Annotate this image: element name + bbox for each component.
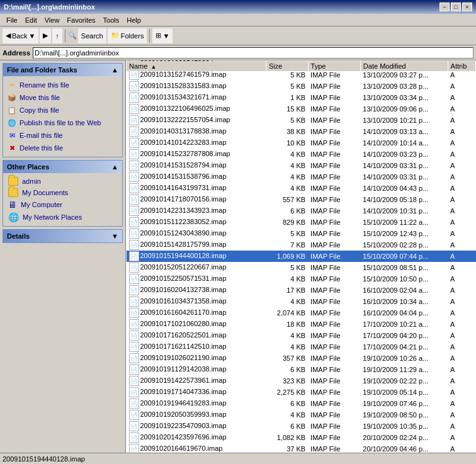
menu-item-view[interactable]: View — [41, 15, 64, 25]
table-row[interactable]: 📄20091019194641928​3.imap6 KBIMAP File19… — [127, 398, 476, 409]
file-attr-cell: A — [448, 137, 475, 149]
place-documents[interactable]: My Documents — [6, 187, 120, 198]
file-attr-cell: A — [448, 421, 475, 432]
column-attr[interactable]: Attrib — [448, 60, 475, 71]
search-button[interactable]: Search — [78, 28, 106, 43]
name-col-label: Name — [129, 62, 147, 70]
table-row[interactable]: 📄20091016020413273​8.imap17 KBIMAP File1… — [127, 285, 476, 296]
email-icon: ✉ — [7, 130, 17, 140]
task-move[interactable]: 📦 Move this file — [6, 91, 120, 104]
file-date-cell: 13/10/2009 03:28 p... — [360, 81, 448, 92]
table-row[interactable]: 📄20091017162114251​0.imap4 KBIMAP File17… — [127, 341, 476, 353]
table-row[interactable]: 📄20091020142359769​6.imap1,082 KBIMAP Fi… — [127, 432, 476, 443]
table-row[interactable]: 📄20091015124304389​0.imap5 KBIMAP File15… — [127, 228, 476, 239]
imap-file-icon: 📄 — [129, 410, 139, 420]
table-row[interactable]: 📄20091015205122066​7.imap5 KBIMAP File15… — [127, 262, 476, 273]
documents-label: My Documents — [22, 189, 68, 196]
views-icon: ⊞ — [156, 31, 161, 40]
table-row[interactable]: 📄20091014164319973​1.imap4 KBIMAP File14… — [127, 183, 476, 194]
menu-item-file[interactable]: File — [3, 15, 21, 25]
table-row[interactable]: 📄20091019223547090​3.imap6 KBIMAP File19… — [127, 421, 476, 432]
menu-item-help[interactable]: Help — [123, 15, 145, 25]
table-row[interactable]: 📄20091020164619670​.imap37 KBIMAP File20… — [127, 443, 476, 453]
table-row[interactable]: 📄20091017162052250​1.imap4 KBIMAP File17… — [127, 330, 476, 341]
file-type-cell: IMAP File — [308, 330, 360, 341]
file-attr-cell: A — [448, 160, 475, 171]
file-attr-cell: A — [448, 341, 475, 353]
forward-button[interactable]: ▶ — [40, 28, 51, 43]
file-name-cell: 📄20091017102106028​0.imap — [127, 319, 266, 330]
forward-arrow-icon: ▶ — [43, 31, 48, 40]
folders-button[interactable]: 📁 Folders — [108, 28, 147, 43]
file-type-cell: IMAP File — [308, 137, 360, 149]
column-size[interactable]: Size — [266, 60, 309, 71]
minimize-button[interactable]: − — [439, 3, 450, 11]
copy-label: Copy this file — [20, 106, 59, 114]
table-row[interactable]: 📄20091013152833158​3.imap5 KBIMAP File13… — [127, 81, 476, 92]
task-copy[interactable]: 📋 Copy this file — [6, 104, 120, 116]
file-list[interactable]: Name ▲ Size Type Date Modified Attrib — [126, 60, 476, 453]
back-button[interactable]: ◀ Back ▼ — [3, 28, 38, 43]
file-size-cell: 829 KB — [266, 217, 309, 228]
file-type-cell: IMAP File — [308, 262, 360, 273]
views-button[interactable]: ⊞ ▼ — [152, 28, 173, 43]
table-row[interactable]: 📄20091019171404733​6.imap2,275 KBIMAP Fi… — [127, 387, 476, 398]
details-header[interactable]: Details ▼ — [3, 230, 122, 242]
table-row[interactable]: 📄20091019142257396​1.imap323 KBIMAP File… — [127, 375, 476, 387]
file-size-cell: 6 KB — [266, 398, 309, 409]
up-button[interactable]: ↑ — [52, 28, 62, 43]
table-row[interactable]: 📄20091016160426117​0.imap2,074 KBIMAP Fi… — [127, 307, 476, 319]
file-attr-cell: A — [448, 183, 475, 194]
file-type-cell: IMAP File — [308, 160, 360, 171]
table-row[interactable]: 📄20091013221064960​25.imap15 KBIMAP File… — [127, 103, 476, 115]
table-row[interactable]: 📄20091013222215570​54.imap5 KBIMAP File1… — [127, 115, 476, 126]
file-name-cell: 📄20091014031317883​8.imap — [127, 126, 266, 137]
task-email[interactable]: ✉ E-mail this file — [6, 129, 120, 142]
file-size-cell: 38 KB — [266, 126, 309, 137]
column-date[interactable]: Date Modified — [360, 60, 448, 71]
table-row[interactable]: 📄20091015142817579​9.imap7 KBIMAP File15… — [127, 239, 476, 251]
file-table: Name ▲ Size Type Date Modified Attrib — [126, 60, 476, 453]
column-type[interactable]: Type — [308, 60, 360, 71]
menu-item-tools[interactable]: Tools — [99, 15, 123, 25]
table-row[interactable]: 📄20091016103437135​8.imap4 KBIMAP File16… — [127, 296, 476, 307]
file-attr-cell: A — [448, 126, 475, 137]
table-row[interactable]: 📄20091017102106028​0.imap18 KBIMAP File1… — [127, 319, 476, 330]
file-type-cell: IMAP File — [308, 92, 360, 103]
table-row[interactable]: 📄20091014153153879​6.imap4 KBIMAP File14… — [127, 171, 476, 183]
file-folder-tasks-header[interactable]: File and Folder Tasks ▲ — [3, 64, 122, 76]
table-row[interactable]: 📄20091014153152879​4.imap4 KBIMAP File14… — [127, 160, 476, 171]
task-delete[interactable]: ✖ Delete this file — [6, 142, 120, 154]
table-row[interactable]: 📄20091014223134392​3.imap6 KBIMAP File14… — [127, 205, 476, 217]
place-network[interactable]: 🌐 My Network Places — [6, 211, 120, 224]
table-row[interactable]: 📄20091014031317883​8.imap38 KBIMAP File1… — [127, 126, 476, 137]
other-places-collapse-icon: ▲ — [111, 163, 118, 171]
file-name-cell: 📄20091013153432167​1.imap — [127, 92, 266, 103]
table-row[interactable]: 📄20091015225057153​1.imap4 KBIMAP File15… — [127, 273, 476, 285]
table-row[interactable]: 📄20091014101422328​3.imap10 KBIMAP File1… — [127, 137, 476, 149]
table-row[interactable]: 📄20091014152327878​08.imap4 KBIMAP File1… — [127, 149, 476, 160]
task-rename[interactable]: ✏ Rename this file — [6, 79, 120, 91]
file-date-cell: 14/10/2009 10:31 p... — [360, 205, 448, 217]
maximize-button[interactable]: □ — [451, 3, 461, 11]
place-admin[interactable]: admin — [6, 176, 120, 187]
place-computer[interactable]: 🖥 My Computer — [6, 198, 120, 211]
other-places-header[interactable]: Other Places ▲ — [3, 161, 122, 173]
table-row[interactable]: 📄20091019102602119​0.imap357 KBIMAP File… — [127, 353, 476, 364]
menu-item-edit[interactable]: Edit — [21, 15, 41, 25]
table-row[interactable]: 📄20091015112238305​2.imap829 KBIMAP File… — [127, 217, 476, 228]
table-row[interactable]: 📄20091019112914203​8.imap6 KBIMAP File19… — [127, 364, 476, 375]
table-row[interactable]: 📄20091015194440012​8.imap1,069 KBIMAP Fi… — [127, 251, 476, 262]
menu-item-favorites[interactable]: Favorites — [63, 15, 99, 25]
address-input[interactable] — [33, 47, 473, 59]
folder-icon — [8, 177, 18, 186]
file-type-cell: IMAP File — [308, 217, 360, 228]
task-publish[interactable]: 🌐 Publish this file to the Web — [6, 116, 120, 129]
close-button[interactable]: × — [462, 3, 472, 11]
column-name[interactable]: Name ▲ — [127, 60, 266, 71]
file-name-cell: 📄20091016103437135​8.imap — [127, 296, 266, 307]
table-row[interactable]: 📄20091019205035999​3.imap4 KBIMAP File19… — [127, 409, 476, 421]
table-row[interactable]: 📄20091014171807015​6.imap557 KBIMAP File… — [127, 194, 476, 205]
file-date-cell: 14/10/2009 04:43 p... — [360, 183, 448, 194]
table-row[interactable]: 📄20091013153432167​1.imap1 KBIMAP File13… — [127, 92, 476, 103]
